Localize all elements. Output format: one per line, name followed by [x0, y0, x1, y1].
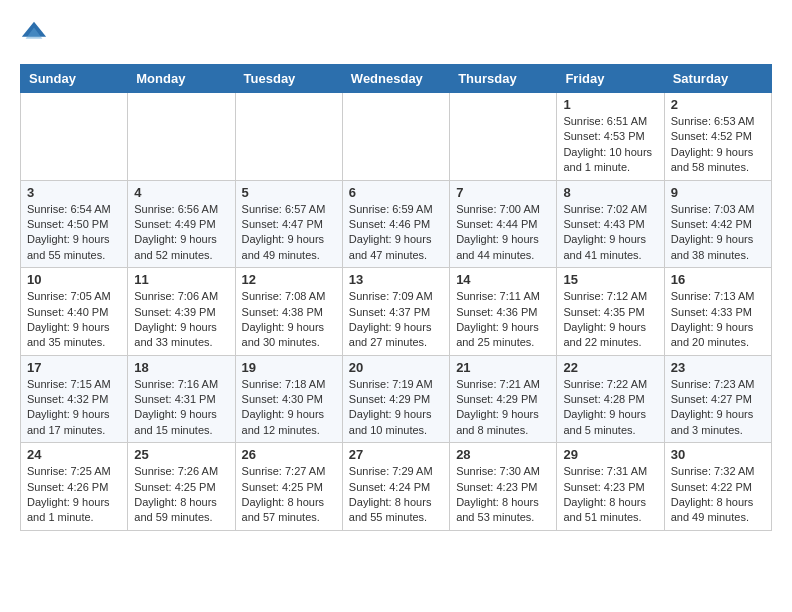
- calendar-cell: 13Sunrise: 7:09 AM Sunset: 4:37 PM Dayli…: [342, 268, 449, 356]
- calendar-cell: 3Sunrise: 6:54 AM Sunset: 4:50 PM Daylig…: [21, 180, 128, 268]
- day-number: 22: [563, 360, 657, 375]
- day-number: 8: [563, 185, 657, 200]
- cell-content: Sunrise: 7:11 AM Sunset: 4:36 PM Dayligh…: [456, 289, 550, 351]
- calendar-cell: 5Sunrise: 6:57 AM Sunset: 4:47 PM Daylig…: [235, 180, 342, 268]
- cell-content: Sunrise: 7:21 AM Sunset: 4:29 PM Dayligh…: [456, 377, 550, 439]
- calendar-cell: 2Sunrise: 6:53 AM Sunset: 4:52 PM Daylig…: [664, 93, 771, 181]
- calendar-week-row: 17Sunrise: 7:15 AM Sunset: 4:32 PM Dayli…: [21, 355, 772, 443]
- calendar-cell: 14Sunrise: 7:11 AM Sunset: 4:36 PM Dayli…: [450, 268, 557, 356]
- day-number: 26: [242, 447, 336, 462]
- day-number: 13: [349, 272, 443, 287]
- calendar-header-tuesday: Tuesday: [235, 65, 342, 93]
- calendar-cell: 17Sunrise: 7:15 AM Sunset: 4:32 PM Dayli…: [21, 355, 128, 443]
- cell-content: Sunrise: 7:12 AM Sunset: 4:35 PM Dayligh…: [563, 289, 657, 351]
- day-number: 5: [242, 185, 336, 200]
- calendar-week-row: 24Sunrise: 7:25 AM Sunset: 4:26 PM Dayli…: [21, 443, 772, 531]
- calendar-cell: 18Sunrise: 7:16 AM Sunset: 4:31 PM Dayli…: [128, 355, 235, 443]
- day-number: 12: [242, 272, 336, 287]
- cell-content: Sunrise: 6:51 AM Sunset: 4:53 PM Dayligh…: [563, 114, 657, 176]
- calendar-cell: 15Sunrise: 7:12 AM Sunset: 4:35 PM Dayli…: [557, 268, 664, 356]
- calendar-cell: 9Sunrise: 7:03 AM Sunset: 4:42 PM Daylig…: [664, 180, 771, 268]
- calendar-cell: 29Sunrise: 7:31 AM Sunset: 4:23 PM Dayli…: [557, 443, 664, 531]
- day-number: 1: [563, 97, 657, 112]
- cell-content: Sunrise: 7:02 AM Sunset: 4:43 PM Dayligh…: [563, 202, 657, 264]
- day-number: 11: [134, 272, 228, 287]
- calendar-cell: [342, 93, 449, 181]
- calendar-cell: 19Sunrise: 7:18 AM Sunset: 4:30 PM Dayli…: [235, 355, 342, 443]
- day-number: 20: [349, 360, 443, 375]
- day-number: 14: [456, 272, 550, 287]
- cell-content: Sunrise: 6:59 AM Sunset: 4:46 PM Dayligh…: [349, 202, 443, 264]
- day-number: 24: [27, 447, 121, 462]
- cell-content: Sunrise: 7:16 AM Sunset: 4:31 PM Dayligh…: [134, 377, 228, 439]
- day-number: 4: [134, 185, 228, 200]
- day-number: 29: [563, 447, 657, 462]
- day-number: 17: [27, 360, 121, 375]
- cell-content: Sunrise: 7:06 AM Sunset: 4:39 PM Dayligh…: [134, 289, 228, 351]
- day-number: 27: [349, 447, 443, 462]
- cell-content: Sunrise: 7:15 AM Sunset: 4:32 PM Dayligh…: [27, 377, 121, 439]
- calendar-cell: 22Sunrise: 7:22 AM Sunset: 4:28 PM Dayli…: [557, 355, 664, 443]
- day-number: 9: [671, 185, 765, 200]
- day-number: 7: [456, 185, 550, 200]
- cell-content: Sunrise: 7:27 AM Sunset: 4:25 PM Dayligh…: [242, 464, 336, 526]
- calendar-cell: 28Sunrise: 7:30 AM Sunset: 4:23 PM Dayli…: [450, 443, 557, 531]
- calendar-cell: 16Sunrise: 7:13 AM Sunset: 4:33 PM Dayli…: [664, 268, 771, 356]
- page-header: [20, 20, 772, 48]
- calendar-header-monday: Monday: [128, 65, 235, 93]
- calendar-cell: [235, 93, 342, 181]
- day-number: 15: [563, 272, 657, 287]
- calendar-cell: 4Sunrise: 6:56 AM Sunset: 4:49 PM Daylig…: [128, 180, 235, 268]
- cell-content: Sunrise: 7:09 AM Sunset: 4:37 PM Dayligh…: [349, 289, 443, 351]
- calendar-cell: 23Sunrise: 7:23 AM Sunset: 4:27 PM Dayli…: [664, 355, 771, 443]
- calendar-cell: [128, 93, 235, 181]
- calendar-cell: 24Sunrise: 7:25 AM Sunset: 4:26 PM Dayli…: [21, 443, 128, 531]
- cell-content: Sunrise: 7:31 AM Sunset: 4:23 PM Dayligh…: [563, 464, 657, 526]
- calendar-cell: 26Sunrise: 7:27 AM Sunset: 4:25 PM Dayli…: [235, 443, 342, 531]
- day-number: 2: [671, 97, 765, 112]
- cell-content: Sunrise: 7:19 AM Sunset: 4:29 PM Dayligh…: [349, 377, 443, 439]
- day-number: 30: [671, 447, 765, 462]
- calendar-week-row: 3Sunrise: 6:54 AM Sunset: 4:50 PM Daylig…: [21, 180, 772, 268]
- calendar-header-row: SundayMondayTuesdayWednesdayThursdayFrid…: [21, 65, 772, 93]
- calendar-cell: 20Sunrise: 7:19 AM Sunset: 4:29 PM Dayli…: [342, 355, 449, 443]
- calendar-table: SundayMondayTuesdayWednesdayThursdayFrid…: [20, 64, 772, 531]
- day-number: 16: [671, 272, 765, 287]
- logo-icon: [20, 20, 48, 48]
- calendar-cell: 8Sunrise: 7:02 AM Sunset: 4:43 PM Daylig…: [557, 180, 664, 268]
- cell-content: Sunrise: 6:57 AM Sunset: 4:47 PM Dayligh…: [242, 202, 336, 264]
- day-number: 19: [242, 360, 336, 375]
- calendar-cell: 12Sunrise: 7:08 AM Sunset: 4:38 PM Dayli…: [235, 268, 342, 356]
- cell-content: Sunrise: 7:18 AM Sunset: 4:30 PM Dayligh…: [242, 377, 336, 439]
- calendar-week-row: 1Sunrise: 6:51 AM Sunset: 4:53 PM Daylig…: [21, 93, 772, 181]
- day-number: 18: [134, 360, 228, 375]
- cell-content: Sunrise: 7:22 AM Sunset: 4:28 PM Dayligh…: [563, 377, 657, 439]
- calendar-cell: 25Sunrise: 7:26 AM Sunset: 4:25 PM Dayli…: [128, 443, 235, 531]
- calendar-cell: 1Sunrise: 6:51 AM Sunset: 4:53 PM Daylig…: [557, 93, 664, 181]
- day-number: 3: [27, 185, 121, 200]
- calendar-cell: 21Sunrise: 7:21 AM Sunset: 4:29 PM Dayli…: [450, 355, 557, 443]
- day-number: 23: [671, 360, 765, 375]
- calendar-cell: 6Sunrise: 6:59 AM Sunset: 4:46 PM Daylig…: [342, 180, 449, 268]
- day-number: 28: [456, 447, 550, 462]
- cell-content: Sunrise: 7:00 AM Sunset: 4:44 PM Dayligh…: [456, 202, 550, 264]
- cell-content: Sunrise: 7:13 AM Sunset: 4:33 PM Dayligh…: [671, 289, 765, 351]
- calendar-header-saturday: Saturday: [664, 65, 771, 93]
- cell-content: Sunrise: 7:23 AM Sunset: 4:27 PM Dayligh…: [671, 377, 765, 439]
- cell-content: Sunrise: 7:25 AM Sunset: 4:26 PM Dayligh…: [27, 464, 121, 526]
- cell-content: Sunrise: 6:56 AM Sunset: 4:49 PM Dayligh…: [134, 202, 228, 264]
- cell-content: Sunrise: 7:32 AM Sunset: 4:22 PM Dayligh…: [671, 464, 765, 526]
- cell-content: Sunrise: 7:29 AM Sunset: 4:24 PM Dayligh…: [349, 464, 443, 526]
- day-number: 21: [456, 360, 550, 375]
- calendar-cell: [450, 93, 557, 181]
- calendar-cell: 11Sunrise: 7:06 AM Sunset: 4:39 PM Dayli…: [128, 268, 235, 356]
- cell-content: Sunrise: 6:54 AM Sunset: 4:50 PM Dayligh…: [27, 202, 121, 264]
- calendar-header-sunday: Sunday: [21, 65, 128, 93]
- cell-content: Sunrise: 7:30 AM Sunset: 4:23 PM Dayligh…: [456, 464, 550, 526]
- calendar-cell: [21, 93, 128, 181]
- calendar-cell: 30Sunrise: 7:32 AM Sunset: 4:22 PM Dayli…: [664, 443, 771, 531]
- cell-content: Sunrise: 7:05 AM Sunset: 4:40 PM Dayligh…: [27, 289, 121, 351]
- day-number: 25: [134, 447, 228, 462]
- calendar-cell: 7Sunrise: 7:00 AM Sunset: 4:44 PM Daylig…: [450, 180, 557, 268]
- calendar-header-wednesday: Wednesday: [342, 65, 449, 93]
